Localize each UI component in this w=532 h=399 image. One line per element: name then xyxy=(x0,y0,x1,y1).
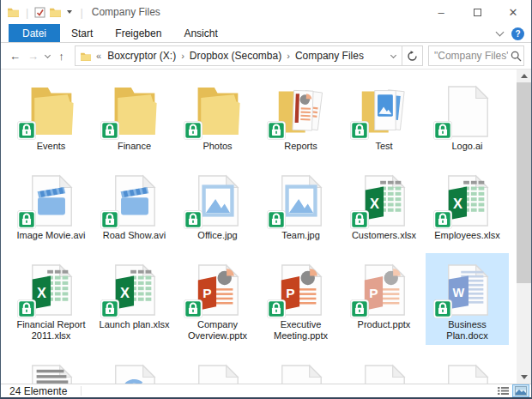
file-item[interactable]: Events xyxy=(9,75,93,155)
file-label: Road Show.avi xyxy=(103,230,166,241)
lock-badge-icon xyxy=(433,299,452,318)
file-item[interactable] xyxy=(426,354,509,384)
file-item[interactable]: Test xyxy=(342,75,426,155)
file-label: Reports xyxy=(284,141,317,152)
svg-text:e: e xyxy=(376,376,392,384)
qat-checkbox-icon[interactable] xyxy=(34,7,45,18)
scroll-up-icon[interactable] xyxy=(517,70,531,82)
word-icon: W xyxy=(435,257,500,317)
lock-badge-icon xyxy=(184,210,203,229)
edge-icon: e xyxy=(352,357,417,384)
bluerect-icon xyxy=(435,357,500,384)
file-item[interactable]: XFinancial Report 2011.xlsx xyxy=(9,253,93,345)
refresh-button[interactable] xyxy=(402,45,423,66)
file-item[interactable]: XCustomers.xlsx xyxy=(342,164,426,245)
file-item[interactable]: Photos xyxy=(176,75,259,155)
file-item[interactable]: Reports xyxy=(259,75,342,155)
folder-icon xyxy=(185,78,251,138)
image-icon xyxy=(185,167,251,227)
tab-ansicht[interactable]: Ansicht xyxy=(172,24,228,42)
app-folder-icon xyxy=(7,7,20,17)
file-item[interactable]: Finance xyxy=(93,75,176,155)
file-label: Events xyxy=(37,141,66,152)
file-item[interactable]: Logo.ai xyxy=(426,75,509,155)
folder-icon xyxy=(19,78,84,138)
file-item[interactable]: Road Show.avi xyxy=(93,164,176,245)
breadcrumb-overflow-icon[interactable]: « xyxy=(94,51,103,61)
lock-badge-icon xyxy=(17,121,36,140)
forward-button[interactable]: → xyxy=(24,50,42,63)
tab-freigeben[interactable]: Freigeben xyxy=(104,24,172,42)
file-item[interactable] xyxy=(176,354,259,384)
ribbon-tab-bar: Datei Start Freigeben Ansicht ? xyxy=(1,24,531,43)
address-dropdown-icon[interactable] xyxy=(385,46,402,65)
scroll-down-icon[interactable] xyxy=(517,371,531,384)
svg-text:P: P xyxy=(286,286,294,300)
window-controls: – ✕ xyxy=(423,0,531,24)
up-button[interactable]: ↑ xyxy=(52,50,70,63)
lock-badge-icon xyxy=(350,299,369,318)
file-item[interactable] xyxy=(9,354,93,384)
file-label: Product.pptx xyxy=(358,319,411,330)
video-icon xyxy=(102,167,167,227)
search-icon[interactable] xyxy=(511,50,522,65)
breadcrumb-segment-drive[interactable]: Boxcryptor (X:) xyxy=(103,50,180,62)
svg-text:P: P xyxy=(369,286,378,300)
file-item[interactable]: WBusiness Plan.docx xyxy=(426,253,509,345)
folder-images-icon xyxy=(352,78,417,138)
file-item[interactable]: XEmployees.xlsx xyxy=(426,164,509,245)
details-view-button[interactable] xyxy=(495,385,511,396)
lock-badge-icon xyxy=(100,299,119,318)
file-item[interactable]: Team.jpg xyxy=(259,164,342,245)
lock-badge-icon xyxy=(267,299,286,318)
file-item[interactable]: PExecutive Meeting.pptx xyxy=(259,253,342,345)
svg-text:X: X xyxy=(452,196,462,211)
ribbon-expand-chevron-icon[interactable] xyxy=(496,27,505,36)
file-list-area: EventsFinancePhotosReportsTestLogo.aiIma… xyxy=(1,70,531,384)
svg-text:X: X xyxy=(369,196,378,211)
file-item[interactable]: PCompany Overview.pptx xyxy=(176,253,259,345)
excel-icon: X xyxy=(102,257,167,317)
file-item[interactable] xyxy=(93,354,176,384)
back-button[interactable]: ← xyxy=(6,50,24,63)
lock-badge-icon xyxy=(433,121,452,140)
minimize-button[interactable]: – xyxy=(423,0,459,24)
blank-icon xyxy=(435,78,500,138)
close-button[interactable]: ✕ xyxy=(495,0,531,24)
scrollbar-thumb[interactable] xyxy=(517,82,531,283)
file-label: Office.jpg xyxy=(197,230,237,241)
qat-dropdown-icon[interactable] xyxy=(67,10,72,14)
tab-start[interactable]: Start xyxy=(60,24,104,42)
file-item[interactable]: e xyxy=(259,354,342,384)
file-item[interactable]: PProduct.pptx xyxy=(342,253,426,345)
svg-text:e: e xyxy=(293,376,309,384)
navigation-bar: ← → ↑ « Boxcryptor (X:) › Dropbox (Secom… xyxy=(1,43,531,70)
lock-badge-icon xyxy=(433,210,452,229)
file-label: Launch plan.xlsx xyxy=(100,319,170,330)
qat-folder-icon[interactable] xyxy=(49,7,62,17)
breadcrumb-segment-dropbox[interactable]: Dropbox (Secomba) xyxy=(185,50,286,62)
file-item[interactable]: XLaunch plan.xlsx xyxy=(93,253,176,345)
edge-icon: e xyxy=(269,357,334,384)
lock-badge-icon xyxy=(350,121,369,140)
image-icon xyxy=(269,167,334,227)
lock-badge-icon xyxy=(100,210,119,229)
thumbnails-view-button[interactable] xyxy=(513,385,529,396)
explorer-window: | | Company Files – ✕ Datei Start Freige… xyxy=(0,0,532,399)
help-icon[interactable]: ? xyxy=(511,27,524,40)
qat-separator: | xyxy=(26,6,28,19)
vertical-scrollbar[interactable] xyxy=(517,70,531,384)
address-bar[interactable]: « Boxcryptor (X:) › Dropbox (Secomba) › … xyxy=(75,45,402,66)
video-icon xyxy=(19,167,84,227)
tab-datei[interactable]: Datei xyxy=(9,24,60,42)
file-item[interactable]: e xyxy=(342,354,426,384)
breadcrumb-segment-current[interactable]: Company Files xyxy=(291,50,368,62)
maximize-button[interactable] xyxy=(459,0,495,24)
file-label: Financial Report 2011.xlsx xyxy=(14,319,89,342)
file-item[interactable]: Office.jpg xyxy=(176,164,259,245)
lock-badge-icon xyxy=(350,210,369,229)
recent-locations-dropdown-icon[interactable] xyxy=(42,55,52,57)
file-label: Employees.xlsx xyxy=(434,230,499,241)
file-item[interactable]: Image Movie.avi xyxy=(9,164,93,245)
qat-separator: | xyxy=(80,6,82,19)
